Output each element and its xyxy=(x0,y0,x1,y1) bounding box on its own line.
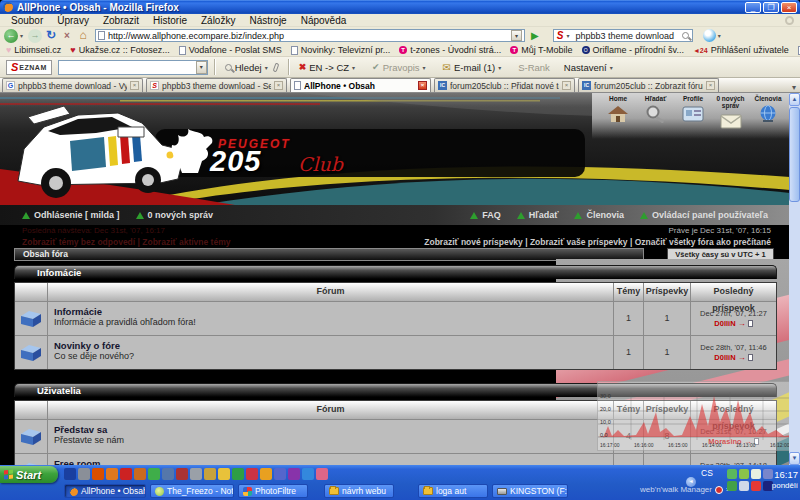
quicklaunch-icon[interactable] xyxy=(134,468,146,480)
quicklaunch-icon[interactable] xyxy=(78,468,90,480)
web-search-box[interactable]: S ▾ phpbb3 theme download xyxy=(553,29,693,42)
search-icon[interactable] xyxy=(682,32,689,39)
start-button[interactable]: Start xyxy=(0,466,58,483)
profile-link[interactable]: Profile xyxy=(675,95,711,131)
quicklaunch-icon[interactable] xyxy=(232,468,244,480)
scroll-up-icon[interactable]: ▲ xyxy=(789,93,800,106)
email-button[interactable]: ✉E-mail (1)▾ xyxy=(439,62,509,73)
engine-dropdown-icon[interactable]: ▾ xyxy=(566,32,572,39)
forum-link[interactable]: Novinky o fóre xyxy=(54,340,607,351)
messages-link[interactable]: 0 nových správ xyxy=(713,95,749,131)
quicklaunch-icon[interactable] xyxy=(204,468,216,480)
tray-icon[interactable] xyxy=(739,469,749,479)
username-link[interactable]: D0lliN xyxy=(714,353,735,362)
menu-zalozky[interactable]: Záložky xyxy=(194,15,242,26)
tab-close-icon[interactable]: × xyxy=(562,81,571,90)
quicklaunch-icon[interactable] xyxy=(302,468,314,480)
taskbar-button-firefox[interactable]: AllPhone • Obsah - M... xyxy=(64,484,146,498)
taskbar-button-navrh[interactable]: návrh webu xyxy=(324,484,394,498)
seznam-input-dropdown-icon[interactable]: ▾ xyxy=(196,61,207,74)
search-forum-link[interactable]: Hľadať xyxy=(517,210,559,220)
tab-seznam-search[interactable]: Sphpbb3 theme download - Seznam× xyxy=(146,78,287,92)
new-messages-link[interactable]: 0 nových správ xyxy=(136,210,214,220)
tray-icon[interactable] xyxy=(727,469,737,479)
forum-link[interactable]: Free room xyxy=(54,458,607,465)
view-posts-links[interactable]: Zobraziť nové príspevky | Zobraziť vaše … xyxy=(424,237,771,247)
menu-historie[interactable]: Historie xyxy=(146,15,194,26)
tab-close-icon[interactable]: × xyxy=(706,81,715,90)
back-button[interactable]: ← xyxy=(4,29,18,43)
forum-link[interactable]: Informácie xyxy=(54,306,607,317)
unanswered-topics-links[interactable]: Zobraziť témy bez odpovedí | Zobraziť ak… xyxy=(22,237,230,247)
stop-button[interactable]: × xyxy=(60,29,74,43)
bookmark-ukazse[interactable]: ♥Ukažse.cz :: Fotosez... xyxy=(70,45,169,55)
quicklaunch-icon[interactable] xyxy=(190,468,202,480)
bookmark-mujtmobile[interactable]: TMůj T-Mobile xyxy=(510,45,572,55)
bookmark-oriflame[interactable]: OOriflame - přírodní šv... xyxy=(582,45,684,55)
taskbar-button-kingston[interactable]: KINGSTON (F:) xyxy=(492,484,568,498)
quicklaunch-icon[interactable] xyxy=(148,468,160,480)
tab-allphone-active[interactable]: AllPhone • Obsah× xyxy=(290,78,431,92)
members-forum-link[interactable]: Členovia xyxy=(574,210,624,220)
extension-dropdown-icon[interactable]: ▾ xyxy=(718,32,724,39)
quicklaunch-icon[interactable] xyxy=(260,468,272,480)
goto-post-icon[interactable]: → xyxy=(738,319,746,328)
faq-link[interactable]: FAQ xyxy=(470,210,501,220)
hledej-button[interactable]: Hledej▾ xyxy=(221,62,282,73)
bookmark-novinky[interactable]: Novinky: Televizní pr... xyxy=(291,45,390,55)
reload-button[interactable]: ↻ xyxy=(44,29,58,43)
quicklaunch-icon[interactable] xyxy=(120,468,132,480)
skype-extension-icon[interactable] xyxy=(703,29,716,42)
menu-nastroje[interactable]: Nástroje xyxy=(242,15,293,26)
tab-close-icon[interactable]: × xyxy=(130,81,139,90)
tab-forum205-newtopic[interactable]: ICforum205club :: Přidat nové téma× xyxy=(434,78,575,92)
quicklaunch-icon[interactable] xyxy=(316,468,328,480)
vertical-scrollbar[interactable]: ▲ ▼ xyxy=(789,93,800,465)
scroll-down-icon[interactable]: ▼ xyxy=(789,452,800,465)
translate-button[interactable]: ✖EN -> CZ▾ xyxy=(295,62,362,73)
restore-button[interactable]: ❐ xyxy=(763,2,779,13)
tab-google-search[interactable]: Gphpbb3 theme download - Vyhledat G...× xyxy=(2,78,143,92)
seznam-logo[interactable]: SEZNAM xyxy=(6,60,52,75)
webnwalk-tray-item[interactable]: web'n'walk Manager» xyxy=(640,485,730,494)
minimize-button[interactable]: _ xyxy=(745,2,761,13)
menu-zobrazit[interactable]: Zobrazit xyxy=(96,15,146,26)
tray-icon[interactable] xyxy=(727,481,737,491)
forum-link[interactable]: Představ sa xyxy=(54,424,607,435)
url-bar[interactable]: http://www.allphone.ecompare.biz/index.p… xyxy=(95,29,525,42)
url-input[interactable]: http://www.allphone.ecompare.biz/index.p… xyxy=(108,31,508,41)
quicklaunch-icon[interactable] xyxy=(218,468,230,480)
nastaveni-button[interactable]: Nastavení▾ xyxy=(560,62,620,73)
search-link[interactable]: Hľadať xyxy=(638,95,674,131)
taskbar-button-loga[interactable]: loga aut xyxy=(418,484,488,498)
home-link[interactable]: Home xyxy=(600,95,636,131)
tab-close-icon[interactable]: × xyxy=(418,81,427,90)
tray-icon[interactable] xyxy=(739,481,749,491)
tray-icon[interactable] xyxy=(751,481,761,491)
scrollbar-thumb[interactable] xyxy=(789,107,800,202)
seznam-search-input[interactable]: ▾ xyxy=(58,60,208,75)
home-button[interactable]: ⌂ xyxy=(76,29,90,43)
username-link[interactable]: D0lliN xyxy=(714,319,735,328)
quicklaunch-icon[interactable] xyxy=(64,468,76,480)
ucp-link[interactable]: Ovládací panel používateľa xyxy=(640,210,768,220)
tab-forum205-bazar[interactable]: ICforum205club :: Zobrazit fórum - Bazar… xyxy=(578,78,719,92)
list-all-tabs-icon[interactable]: ▾ xyxy=(788,83,800,92)
back-dropdown-icon[interactable]: ▾ xyxy=(20,32,26,39)
bookmark-prihlaseni[interactable]: ◄24Přihlášení uživatele xyxy=(693,45,789,55)
menu-upravy[interactable]: Úpravy xyxy=(50,15,96,26)
quicklaunch-icon[interactable] xyxy=(246,468,258,480)
taskbar-button-photofiltre[interactable]: PhotoFiltre xyxy=(238,484,308,498)
pravopis-button[interactable]: ✔Pravopis▾ xyxy=(368,62,433,73)
quicklaunch-icon[interactable] xyxy=(162,468,174,480)
go-button[interactable]: ▶ xyxy=(531,30,539,41)
bookmark-tzones[interactable]: Tt-zones - Úvodní strá... xyxy=(399,45,501,55)
quicklaunch-icon[interactable] xyxy=(92,468,104,480)
quicklaunch-icon[interactable] xyxy=(106,468,118,480)
bookmark-vodafone[interactable]: Vodafone - Poslat SMS xyxy=(179,45,282,55)
close-button[interactable]: × xyxy=(781,2,797,13)
url-dropdown-icon[interactable]: ▾ xyxy=(511,30,522,41)
srank-button[interactable]: S-Rank xyxy=(514,62,554,73)
board-index-bar[interactable]: Obsah fóra xyxy=(14,248,644,261)
quicklaunch-icon[interactable] xyxy=(288,468,300,480)
